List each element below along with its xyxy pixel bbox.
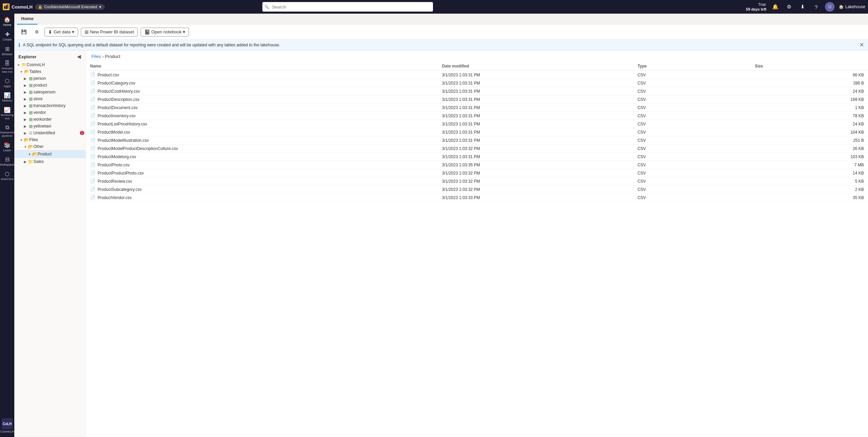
table-row[interactable]: 📄 Product.csv 3/1/2023 1:03:31 PM CSV 86… — [86, 71, 868, 79]
sidebar-item-cosmolh[interactable]: CoLH CosmoLH — [0, 416, 14, 436]
column-name-header[interactable]: Name — [86, 62, 438, 71]
table-row[interactable]: 📄 ProductReview.csv 3/1/2023 1:03:32 PM … — [86, 177, 868, 185]
topbar-actions: Trial: 59 days left 🔔 ⚙ ⬇ ? U 🏠 Lakehous… — [746, 2, 865, 12]
table-row[interactable]: 📄 ProductPhoto.csv 3/1/2023 1:03:35 PM C… — [86, 161, 868, 169]
open-notebook-label: Open notebook — [151, 29, 182, 34]
settings-toolbar-button[interactable]: ⚙ — [32, 28, 42, 36]
tree-table-unidentified[interactable]: ▶ ⊟ Unidentified 1 — [14, 130, 86, 136]
table-row[interactable]: 📄 ProductListPriceHistory.csv 3/1/2023 1… — [86, 120, 868, 128]
table-row[interactable]: 📄 ProductModelIllustration.csv 3/1/2023 … — [86, 136, 868, 145]
file-type: CSV — [633, 120, 751, 128]
deployment-label: Deployment pipelines — [0, 131, 14, 137]
file-icon: 📄 — [90, 121, 96, 126]
file-size: 35 KB — [751, 194, 868, 202]
file-size: 78 KB — [751, 112, 868, 120]
collapse-explorer-button[interactable]: ◀ — [76, 53, 82, 60]
table-row[interactable]: 📄 ProductDescription.csv 3/1/2023 1:03:3… — [86, 95, 868, 104]
file-type: CSV — [633, 185, 751, 194]
sidebar-item-aitest[interactable]: ⬡ AIWISTest — [0, 169, 14, 183]
table-row[interactable]: 📄 ProductProductPhoto.csv 3/1/2023 1:03:… — [86, 169, 868, 177]
tree-table-yellowtaxi[interactable]: ▶ ⊞ yellowtaxi — [14, 123, 86, 130]
file-size: 24 KB — [751, 120, 868, 128]
search-input[interactable] — [262, 2, 433, 12]
col-date-label: Date modified — [442, 64, 469, 69]
file-date: 3/1/2023 1:03:32 PM — [438, 145, 633, 153]
notification-icon[interactable]: 🔔 — [770, 2, 780, 12]
person-table-icon: ⊞ — [28, 76, 33, 81]
toolbar: 💾 ⚙ ⬇ Get data ▾ ⊞ New Power BI dataset … — [14, 25, 868, 40]
info-close-button[interactable]: ✕ — [859, 42, 864, 48]
workspace-badge[interactable]: 🔒 Confidential\Microsoft Extended ▼ — [35, 4, 104, 10]
table-row[interactable]: 📄 ProductCostHistory.csv 3/1/2023 1:03:3… — [86, 87, 868, 95]
new-power-bi-dataset-button[interactable]: ⊞ New Power BI dataset — [81, 28, 138, 36]
tree-table-person[interactable]: ▶ ⊞ person — [14, 75, 86, 82]
sidebar-item-home[interactable]: 🏠 Home — [0, 15, 14, 29]
store-label: store — [33, 96, 84, 101]
tree-files[interactable]: ▾ 📂 Files — [14, 136, 86, 143]
column-type-header[interactable]: Type — [633, 62, 751, 71]
unidentified-label: Unidentified — [33, 131, 78, 135]
tree-folder-product[interactable]: ▾ 📂 Product ••• — [14, 150, 86, 158]
file-name-label: ProductVendor.csv — [98, 195, 132, 200]
table-row[interactable]: 📄 ProductModelorg.csv 3/1/2023 1:03:31 P… — [86, 153, 868, 161]
sidebar-item-browse[interactable]: ⊞ Browse — [0, 44, 14, 58]
tree-table-vendor[interactable]: ▶ ⊞ vendor — [14, 109, 86, 116]
file-icon: 📄 — [90, 187, 96, 192]
tree-tables[interactable]: ▾ 📂 Tables — [14, 68, 86, 75]
app-logo[interactable]: CosmoLH — [3, 3, 32, 10]
tree-table-product[interactable]: ▶ ⊞ product — [14, 82, 86, 89]
tree-workspace-root[interactable]: ▾ 📁 CosmoLH — [14, 61, 86, 68]
tree-table-transactionhistory[interactable]: ▶ ⊞ transactionhistory — [14, 102, 86, 109]
file-icon: 📄 — [90, 146, 96, 151]
breadcrumb: Files › Product — [86, 50, 868, 62]
svg-rect-1 — [4, 6, 5, 9]
column-date-header[interactable]: Date modified — [438, 62, 633, 71]
tree-folder-other[interactable]: ▾ 📂 Other — [14, 143, 86, 150]
file-date: 3/1/2023 1:03:33 PM — [438, 194, 633, 202]
help-icon[interactable]: ? — [811, 2, 821, 12]
sidebar-item-monitoring[interactable]: 📈 Monitoring hub — [0, 105, 14, 122]
table-row[interactable]: 📄 ProductModel.csv 3/1/2023 1:03:31 PM C… — [86, 128, 868, 136]
column-size-header[interactable]: Size — [751, 62, 868, 71]
tree-table-salesperson[interactable]: ▶ ⊞ salesperson — [14, 89, 86, 95]
info-bar: ℹ A SQL endpoint for SQL querying and a … — [14, 40, 868, 50]
workspaces-label: Workspaces — [0, 163, 16, 167]
sidebar-item-metrics[interactable]: 📊 Metrics — [0, 91, 14, 105]
user-avatar[interactable]: U — [825, 2, 835, 12]
breadcrumb-files[interactable]: Files — [91, 54, 101, 59]
tree-table-store[interactable]: ▶ ⊞ store — [14, 95, 86, 102]
sidebar-item-onelake[interactable]: 🗄 OneLake data hub — [0, 59, 14, 75]
table-row[interactable]: 📄 ProductInventory.csv 3/1/2023 1:03:31 … — [86, 112, 868, 120]
tree-folder-sales[interactable]: ▶ 📁 Sales — [14, 158, 86, 165]
salesperson-label: salesperson — [33, 90, 84, 94]
sidebar-item-workspaces[interactable]: ⊟ Workspaces — [0, 155, 14, 169]
table-row[interactable]: 📄 ProductModelProductDescriptionCulture.… — [86, 145, 868, 153]
tree-table-workorder[interactable]: ▶ ⊞ workorder — [14, 116, 86, 123]
save-button[interactable]: 💾 — [18, 28, 29, 36]
file-size: 286 B — [751, 79, 868, 87]
settings-icon[interactable]: ⚙ — [784, 2, 794, 12]
table-row[interactable]: 📄 ProductDocument.csv 3/1/2023 1:03:31 P… — [86, 104, 868, 112]
salesperson-table-icon: ⊞ — [28, 89, 33, 95]
table-row[interactable]: 📄 ProductVendor.csv 3/1/2023 1:03:33 PM … — [86, 194, 868, 202]
col-size-label: Size — [755, 64, 763, 69]
tables-chevron-icon: ▾ — [18, 69, 24, 74]
sidebar-item-learn[interactable]: 📚 Learn — [0, 140, 14, 154]
file-size: 2 KB — [751, 185, 868, 194]
get-data-button[interactable]: ⬇ Get data ▾ — [44, 28, 78, 36]
sidebar-item-create[interactable]: ✚ Create — [0, 30, 14, 44]
open-notebook-button[interactable]: 📓 Open notebook ▾ — [141, 28, 189, 36]
sidebar-item-deployment[interactable]: ⧉ Deployment pipelines — [0, 123, 14, 139]
onelake-label: OneLake data hub — [1, 67, 13, 73]
file-icon: 📄 — [90, 130, 96, 135]
download-icon[interactable]: ⬇ — [798, 2, 807, 12]
tab-home[interactable]: Home — [17, 14, 38, 25]
file-date: 3/1/2023 1:03:32 PM — [438, 185, 633, 194]
table-row[interactable]: 📄 ProductSubcategory.csv 3/1/2023 1:03:3… — [86, 185, 868, 194]
file-type: CSV — [633, 136, 751, 145]
trial-info: Trial: 59 days left — [746, 2, 766, 12]
files-folder-icon: 📂 — [24, 137, 29, 142]
table-row[interactable]: 📄 ProductCategory.csv 3/1/2023 1:03:31 P… — [86, 79, 868, 87]
product-table-icon: ⊞ — [28, 82, 33, 88]
sidebar-item-apps[interactable]: ⬡ Apps — [0, 76, 14, 90]
